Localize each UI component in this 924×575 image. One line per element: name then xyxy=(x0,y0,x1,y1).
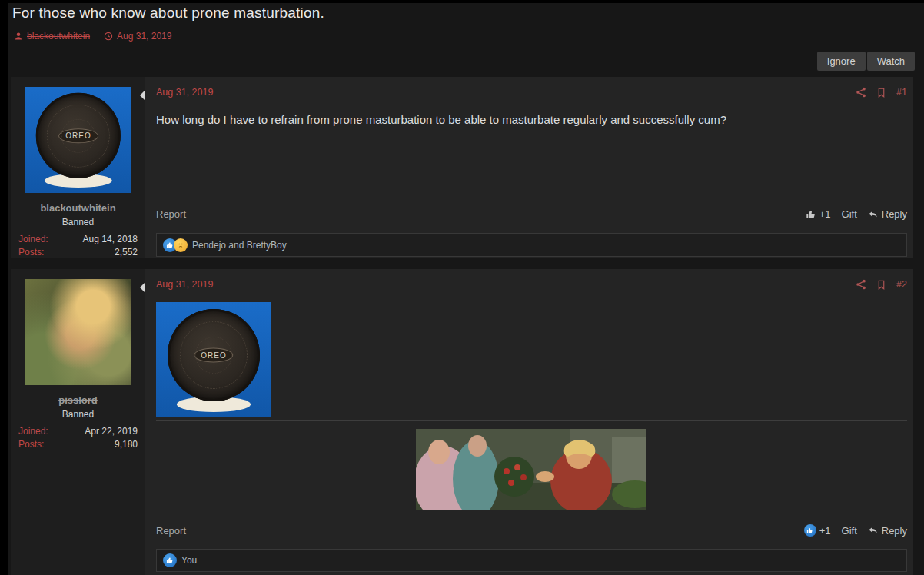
clock-icon xyxy=(104,32,113,41)
post-2-message: Aug 31, 2019 #2 OREO xyxy=(145,269,913,575)
like-count: +1 xyxy=(806,208,831,220)
joined-label: Joined: xyxy=(18,234,48,244)
report-link[interactable]: Report xyxy=(156,525,186,537)
banned-label: Banned xyxy=(11,409,145,420)
oreo-stamp: OREO xyxy=(58,128,98,143)
reaction-badges xyxy=(163,238,188,252)
post-2: pisslord Banned Joined: Apr 22, 2019 Pos… xyxy=(11,269,913,575)
post-footer: Report +1 Gift Reply xyxy=(156,524,907,537)
post-number-link[interactable]: #2 xyxy=(896,279,907,290)
banned-label: Banned xyxy=(11,217,145,228)
thread-date: Aug 31, 2019 xyxy=(117,31,171,42)
oreo-attachment-image[interactable]: OREO xyxy=(156,302,271,417)
joined-row: Joined: Apr 22, 2019 xyxy=(18,426,138,437)
joined-label: Joined: xyxy=(18,426,48,437)
reply-link[interactable]: Reply xyxy=(868,208,907,220)
post-date-link[interactable]: Aug 31, 2019 xyxy=(156,279,213,290)
oreo-image-graphic: OREO xyxy=(156,302,271,417)
watch-button[interactable]: Watch xyxy=(867,52,915,71)
fantasy-attachment-image[interactable] xyxy=(416,429,646,510)
confused-reaction-icon xyxy=(174,238,188,252)
message-pointer xyxy=(140,282,145,293)
avatar[interactable] xyxy=(25,279,131,385)
posts-value: 9,180 xyxy=(115,439,138,450)
like-count: +1 xyxy=(804,524,831,537)
thread-actions: Ignore Watch xyxy=(817,52,915,71)
reactions-bar[interactable]: You xyxy=(156,549,907,572)
attachment-divider xyxy=(156,420,907,421)
gift-link[interactable]: Gift xyxy=(842,208,857,220)
post-number-link[interactable]: #1 xyxy=(896,87,907,98)
joined-value: Apr 22, 2019 xyxy=(85,426,138,437)
post-2-user-cell: pisslord Banned Joined: Apr 22, 2019 Pos… xyxy=(11,269,145,575)
posts-row: Posts: 9,180 xyxy=(18,439,138,450)
post-date-link[interactable]: Aug 31, 2019 xyxy=(156,87,213,98)
thread-author-link[interactable]: blackoutwhitein xyxy=(27,31,90,42)
bookmark-icon[interactable] xyxy=(876,88,886,98)
thread-page: For those who know about prone masturbat… xyxy=(8,3,924,575)
posts-label: Posts: xyxy=(18,247,44,258)
reply-arrow-icon xyxy=(868,525,879,536)
post-1: OREO blackoutwhitein Banned Joined: Aug … xyxy=(11,77,913,258)
report-link[interactable]: Report xyxy=(156,208,186,220)
gift-link[interactable]: Gift xyxy=(842,525,857,537)
page-title: For those who know about prone masturbat… xyxy=(12,5,324,22)
elf-avatar-image xyxy=(25,279,131,385)
post-body-text: How long do I have to refrain from prone… xyxy=(156,111,896,128)
message-pointer xyxy=(140,90,145,101)
posts-row: Posts: 2,552 xyxy=(18,247,138,258)
share-icon[interactable] xyxy=(856,87,866,98)
like-reaction-icon xyxy=(163,553,177,567)
reactions-bar[interactable]: Pendejo and BrettyBoy xyxy=(156,233,907,257)
joined-row: Joined: Aug 14, 2018 xyxy=(18,234,138,244)
bookmark-icon[interactable] xyxy=(876,280,886,290)
post-header: Aug 31, 2019 #2 xyxy=(156,279,907,290)
reactions-text[interactable]: You xyxy=(181,555,197,566)
thumbs-up-icon xyxy=(806,209,816,220)
post-1-message: Aug 31, 2019 #1 How long do I have to re… xyxy=(145,77,913,258)
oreo-avatar-image: OREO xyxy=(25,87,131,193)
oreo-stamp: OREO xyxy=(194,348,233,363)
user-icon xyxy=(14,32,23,41)
reaction-badges xyxy=(163,553,177,567)
post-header: Aug 31, 2019 #1 xyxy=(156,87,907,98)
ignore-button[interactable]: Ignore xyxy=(817,52,866,71)
posts-label: Posts: xyxy=(18,439,44,450)
like-reaction-icon xyxy=(804,524,816,537)
post-1-user-cell: OREO blackoutwhitein Banned Joined: Aug … xyxy=(11,77,145,258)
reply-link[interactable]: Reply xyxy=(868,525,907,537)
reactions-text[interactable]: Pendejo and BrettyBoy xyxy=(192,240,287,251)
reply-arrow-icon xyxy=(868,209,879,220)
share-icon[interactable] xyxy=(856,279,866,290)
username-link[interactable]: blackoutwhitein xyxy=(11,202,145,214)
thread-meta: blackoutwhitein Aug 31, 2019 xyxy=(14,31,171,42)
joined-value: Aug 14, 2018 xyxy=(83,234,138,244)
username-link[interactable]: pisslord xyxy=(11,394,145,406)
avatar[interactable]: OREO xyxy=(25,87,131,193)
posts-value: 2,552 xyxy=(115,247,138,258)
post-footer: Report +1 Gift Reply xyxy=(156,208,907,220)
